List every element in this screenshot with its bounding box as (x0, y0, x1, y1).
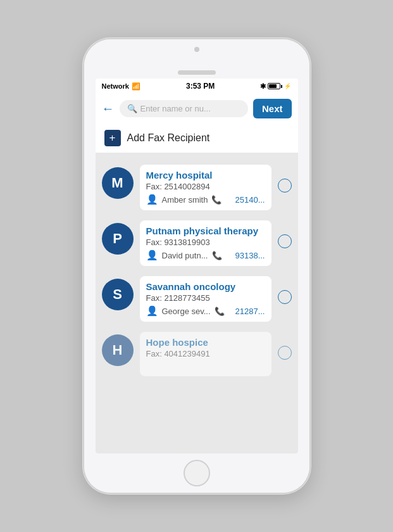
battery-body (268, 83, 280, 89)
contact-name: Mercy hospital (146, 170, 265, 180)
contact-person-row: 👤 George sev... 📞 21287... (146, 305, 265, 317)
phone-num: 25140... (235, 195, 265, 205)
contact-person-row: 👤 Amber smith 📞 25140... (146, 194, 265, 205)
add-icon: + (104, 130, 121, 146)
phone-icon: 📞 (212, 251, 222, 260)
person-name: Amber smith (162, 195, 208, 205)
search-placeholder: Enter name or nu... (140, 104, 211, 113)
speaker (178, 70, 216, 75)
person-name: George sev... (162, 307, 211, 316)
wifi-icon: 📶 (132, 82, 140, 91)
contact-name: Savannah oncology (146, 281, 265, 292)
battery-tip (281, 85, 282, 88)
add-fax-recipient-row[interactable]: + Add Fax Recipient (96, 124, 298, 153)
battery-block (268, 83, 282, 89)
contact-fax: Fax: 2128773455 (146, 293, 265, 303)
phone-icon: 📞 (215, 307, 225, 316)
status-time: 3:53 PM (186, 82, 215, 91)
battery-fill (269, 84, 276, 88)
phone-bottom (84, 453, 309, 493)
list-item[interactable]: H Hope hospice Fax: 4041239491 (96, 327, 298, 381)
status-right: ✱ ⚡ (260, 82, 291, 91)
list-item[interactable]: P Putnam physical therapy Fax: 931381990… (96, 215, 298, 271)
contact-details: Mercy hospital Fax: 2514002894 👤 Amber s… (140, 165, 271, 210)
search-icon: 🔍 (127, 104, 137, 113)
contact-fax: Fax: 4041239491 (146, 349, 265, 358)
back-button[interactable]: ← (102, 101, 115, 116)
phone-icon: 📞 (211, 195, 221, 205)
contact-fax: Fax: 9313819903 (146, 238, 265, 247)
select-circle[interactable] (278, 234, 292, 248)
bluetooth-icon: ✱ (260, 82, 266, 91)
contact-fax: Fax: 2514002894 (146, 182, 265, 191)
avatar: P (102, 223, 134, 255)
contact-person-row: 👤 David putn... 📞 93138... (146, 250, 265, 261)
person-icon: 👤 (146, 305, 158, 317)
network-label: Network (102, 82, 129, 90)
status-left: Network 📶 (102, 82, 140, 91)
select-circle[interactable] (278, 290, 292, 304)
screen: Network 📶 3:53 PM ✱ ⚡ ← 🔍 Enter name o (96, 79, 298, 453)
person-icon: 👤 (146, 194, 158, 205)
contact-name: Hope hospice (146, 337, 265, 348)
select-circle[interactable] (278, 179, 292, 193)
contacts-list: M Mercy hospital Fax: 2514002894 👤 Amber… (96, 153, 298, 453)
contact-details: Hope hospice Fax: 4041239491 (140, 332, 271, 376)
contact-details: Savannah oncology Fax: 2128773455 👤 Geor… (140, 276, 271, 322)
search-input-wrap[interactable]: 🔍 Enter name or nu... (120, 100, 248, 117)
avatar: S (102, 279, 134, 310)
select-circle[interactable] (278, 346, 292, 360)
next-button[interactable]: Next (253, 99, 292, 118)
home-button[interactable] (184, 460, 210, 486)
add-fax-label: Add Fax Recipient (127, 132, 210, 144)
status-bar: Network 📶 3:53 PM ✱ ⚡ (96, 79, 298, 94)
camera (194, 47, 199, 52)
avatar: H (102, 334, 134, 366)
contact-name: Putnam physical therapy (146, 225, 265, 236)
phone-top (84, 39, 309, 79)
phone-num: 21287... (235, 307, 265, 316)
avatar: M (102, 167, 134, 199)
search-area: ← 🔍 Enter name or nu... Next (96, 94, 298, 124)
phone-frame: Network 📶 3:53 PM ✱ ⚡ ← 🔍 Enter name o (83, 38, 311, 494)
contact-details: Putnam physical therapy Fax: 9313819903 … (140, 220, 271, 266)
person-icon: 👤 (146, 250, 158, 261)
charging-icon: ⚡ (284, 83, 291, 89)
list-item[interactable]: M Mercy hospital Fax: 2514002894 👤 Amber… (96, 160, 298, 215)
list-item[interactable]: S Savannah oncology Fax: 2128773455 👤 Ge… (96, 271, 298, 327)
phone-num: 93138... (235, 251, 265, 260)
person-name: David putn... (162, 251, 208, 260)
